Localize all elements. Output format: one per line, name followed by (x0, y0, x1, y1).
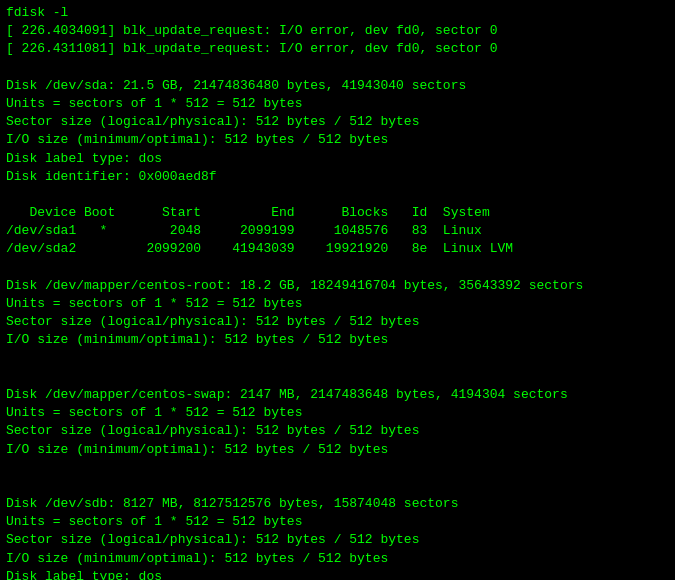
terminal-output: fdisk -l[ 226.4034091] blk_update_reques… (6, 4, 669, 580)
terminal-line: [ 226.4311081] blk_update_request: I/O e… (6, 40, 669, 58)
terminal-line: Sector size (logical/physical): 512 byte… (6, 531, 669, 549)
terminal-line (6, 259, 669, 277)
terminal-window: fdisk -l[ 226.4034091] blk_update_reques… (6, 4, 669, 580)
terminal-line: I/O size (minimum/optimal): 512 bytes / … (6, 331, 669, 349)
terminal-line: Disk label type: dos (6, 568, 669, 580)
terminal-line: Disk /dev/mapper/centos-swap: 2147 MB, 2… (6, 386, 669, 404)
terminal-line: Units = sectors of 1 * 512 = 512 bytes (6, 295, 669, 313)
terminal-line: Sector size (logical/physical): 512 byte… (6, 113, 669, 131)
terminal-line: I/O size (minimum/optimal): 512 bytes / … (6, 131, 669, 149)
terminal-line (6, 59, 669, 77)
terminal-line: Disk identifier: 0x000aed8f (6, 168, 669, 186)
terminal-line (6, 186, 669, 204)
terminal-line: /dev/sda2 2099200 41943039 19921920 8e L… (6, 240, 669, 258)
terminal-line (6, 368, 669, 386)
terminal-line: Disk label type: dos (6, 150, 669, 168)
terminal-line: Device Boot Start End Blocks Id System (6, 204, 669, 222)
terminal-line: Disk /dev/sdb: 8127 MB, 8127512576 bytes… (6, 495, 669, 513)
terminal-line: [ 226.4034091] blk_update_request: I/O e… (6, 22, 669, 40)
terminal-line: Units = sectors of 1 * 512 = 512 bytes (6, 95, 669, 113)
terminal-line: fdisk -l (6, 4, 669, 22)
terminal-line: Disk /dev/mapper/centos-root: 18.2 GB, 1… (6, 277, 669, 295)
terminal-line (6, 477, 669, 495)
terminal-line: /dev/sda1 * 2048 2099199 1048576 83 Linu… (6, 222, 669, 240)
terminal-line: I/O size (minimum/optimal): 512 bytes / … (6, 550, 669, 568)
terminal-line (6, 350, 669, 368)
terminal-line (6, 459, 669, 477)
terminal-line: I/O size (minimum/optimal): 512 bytes / … (6, 441, 669, 459)
terminal-line: Units = sectors of 1 * 512 = 512 bytes (6, 404, 669, 422)
terminal-line: Disk /dev/sda: 21.5 GB, 21474836480 byte… (6, 77, 669, 95)
terminal-line: Units = sectors of 1 * 512 = 512 bytes (6, 513, 669, 531)
terminal-line: Sector size (logical/physical): 512 byte… (6, 422, 669, 440)
terminal-line: Sector size (logical/physical): 512 byte… (6, 313, 669, 331)
